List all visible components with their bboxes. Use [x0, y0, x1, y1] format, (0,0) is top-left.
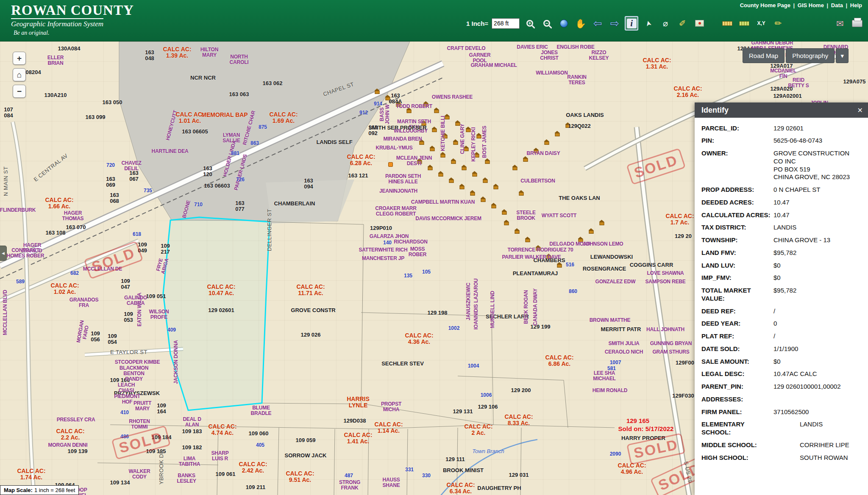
map-label: 129 031 — [509, 472, 529, 478]
house-icon — [443, 135, 448, 138]
map-label: 163 062 — [263, 80, 283, 86]
map-label: 129 198 — [428, 310, 448, 316]
full-extent-tool[interactable] — [557, 16, 570, 30]
map-label: NCR NCR — [190, 75, 216, 81]
identify-title: Identify — [701, 106, 729, 115]
map-label: N MAIN ST — [3, 166, 9, 196]
map-label: DELLINGER ST — [267, 209, 273, 251]
map-label: KETCHIE BILLI — [440, 116, 446, 151]
zoom-in-icon: + — [526, 20, 533, 27]
map-label: 109 211 — [246, 484, 265, 490]
identify-row: ADDRESSES: — [701, 393, 862, 406]
pan-icon: ✋ — [575, 19, 586, 28]
pan-tool[interactable]: ✋ — [574, 16, 587, 30]
map-label: 109 182 — [182, 445, 202, 451]
quick-link[interactable]: Data — [831, 2, 843, 8]
county-logo[interactable]: ROWAN COUNTY Geographic Information Syst… — [11, 3, 134, 36]
house-icon — [428, 167, 433, 170]
close-icon[interactable]: ✕ — [857, 106, 863, 114]
basemap-photography-button[interactable]: Photography — [786, 48, 835, 63]
identify-field-value: $0 — [773, 358, 781, 366]
identify-field-label: PARENT_PIN: — [701, 383, 773, 391]
map-label: 129F030 — [672, 393, 694, 399]
map-label: 129A017 — [771, 63, 793, 69]
zoom-in-button[interactable]: + — [13, 52, 26, 65]
zoom-in-tool[interactable]: + — [523, 16, 537, 30]
map-label: CULBERTSON — [520, 178, 555, 184]
identify-field-value: / — [773, 307, 775, 315]
map-label: 163 077 — [235, 200, 245, 212]
map-label: 129 111 — [445, 456, 465, 462]
map-label: HAUSS SHANE — [382, 477, 400, 488]
map-label: 163 084A — [389, 93, 402, 105]
logo-title: ROWAN COUNTY — [11, 3, 134, 18]
identify-field-value: / — [773, 332, 775, 340]
house-icon — [545, 141, 549, 145]
map-label: MANCHESTER JP — [362, 256, 404, 261]
map-label: JOHNSON LEMO — [583, 241, 623, 247]
print-tool[interactable] — [850, 16, 864, 30]
map-label: E TAYLOR ST — [110, 349, 147, 355]
next-extent-icon: ⇨ — [610, 18, 619, 29]
identify-field-label: OWNER: — [701, 149, 773, 181]
identify-row: PROP ADDRESS:0 N CHAPEL ST — [701, 184, 862, 196]
email-tool[interactable]: ✉ — [833, 16, 847, 30]
house-icon — [600, 222, 604, 225]
quick-link[interactable]: GIS Home — [798, 2, 824, 8]
identify-field-value: CORRIHER LIPE — [773, 441, 849, 449]
map-label: WILSON PROFE — [149, 309, 169, 320]
pointer-tool[interactable]: ➤ — [642, 16, 655, 30]
identify-row: DATE SOLD:1/1/1900 — [701, 343, 862, 355]
map-scale-label: Map Scale: — [4, 487, 33, 493]
select-shape-tool[interactable]: ⌀ — [659, 16, 672, 30]
locate-map-icon — [695, 20, 704, 27]
home-extent-button[interactable]: ⌂ — [13, 68, 26, 81]
zoom-out-tool[interactable]: − — [540, 16, 554, 30]
map-label: FLINDERBURK — [0, 207, 36, 213]
house-icon — [464, 148, 469, 151]
map-label: CALC AC: 1.14 Ac. — [374, 421, 403, 434]
measure-area-tool[interactable] — [737, 16, 751, 30]
scale-input[interactable] — [492, 18, 520, 29]
map-label: BLUME BRADLE — [251, 405, 272, 416]
map-label: CAMPBELL MARTIN KUAN — [411, 199, 475, 205]
map-label: 129D038 — [344, 418, 366, 424]
next-extent-tool[interactable]: ⇨ — [608, 16, 621, 30]
map-label: HEIM RONALD — [593, 388, 627, 393]
quick-link[interactable]: Help — [850, 2, 862, 8]
map-label: GUNNING BRYAN — [650, 341, 692, 346]
basemap-road-map-button[interactable]: Road Map — [743, 48, 785, 63]
map-label: 109 134 — [110, 480, 130, 486]
identify-tool[interactable]: i — [625, 16, 638, 30]
locate-map-tool[interactable] — [693, 16, 706, 30]
previous-extent-tool[interactable]: ⇦ — [591, 16, 604, 30]
map-label: WILLIAMSON — [536, 70, 568, 76]
email-icon: ✉ — [836, 19, 844, 28]
toolbar: 1 Inch= +−✋⇦⇨i➤⌀✐X,Y✏✉ — [466, 9, 864, 37]
zoom-out-button[interactable]: − — [13, 85, 26, 98]
identify-row: IMP_FMV:$0 — [701, 272, 862, 285]
map-label: GONZALEZ EDW — [595, 279, 636, 285]
measure-tool[interactable]: ✐ — [676, 16, 689, 30]
map-label: 163 108 — [46, 230, 66, 236]
basemap-dropdown-button[interactable]: ▾ — [836, 48, 849, 63]
xy-coordinates-tool[interactable]: X,Y — [754, 16, 768, 30]
draw-tool[interactable]: ✏ — [771, 16, 785, 30]
map-label: 109 184 — [152, 434, 172, 440]
identify-row: OWNER:GROVE CONSTRUCTION CO INC PO BOX 5… — [701, 147, 862, 184]
identify-row: ELEMENTARY SCHOOL:LANDIS — [701, 418, 862, 439]
map-label: 129 02601 — [208, 307, 234, 313]
map-label: CALC AC: 4.74 Ac. — [208, 423, 236, 436]
identify-row: SALE AMOUNT:$0 — [701, 355, 862, 368]
selected-parcel-highlight[interactable] — [163, 217, 270, 410]
identify-row: PLAT REF:/ — [701, 330, 862, 343]
map-label: CALC AC: 1.31 Ac. — [643, 57, 671, 70]
measure-distance-tool[interactable] — [721, 16, 734, 30]
map-label: 129A075 — [843, 79, 866, 85]
map-viewport[interactable]: 130A084ELLER BRIANA08204130A210107 08416… — [0, 41, 868, 495]
sidebar-collapse-tab[interactable]: ◀ — [0, 246, 7, 261]
quick-link[interactable]: County Home Page — [740, 2, 790, 8]
map-label: GRANADOS FRA — [70, 297, 98, 308]
map-label: 863 — [250, 141, 259, 146]
link-separator: | — [792, 2, 796, 8]
